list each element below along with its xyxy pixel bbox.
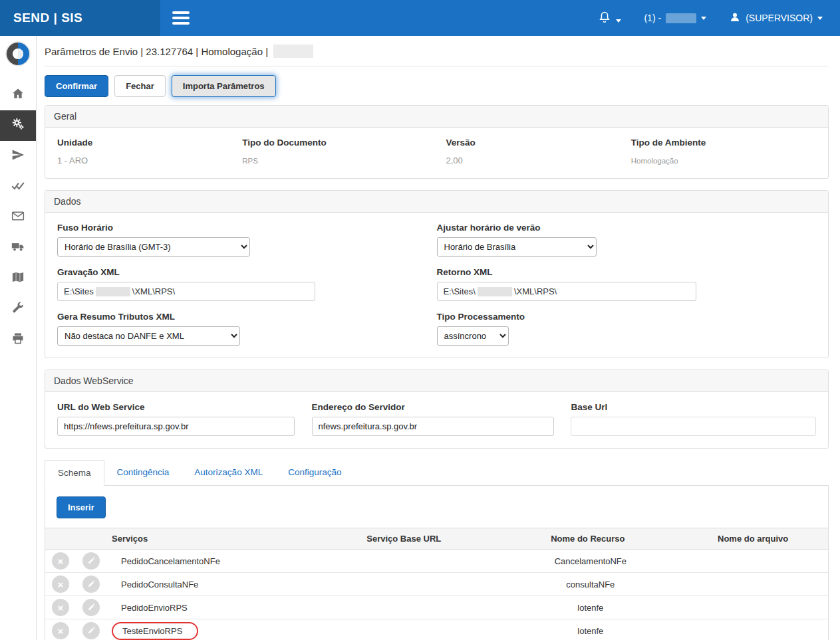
retorno-xml-label: Retorno XML xyxy=(437,267,817,277)
panel-webservice-title: Dados WebService xyxy=(45,370,828,392)
edit-row-button[interactable] xyxy=(82,552,100,570)
delete-row-button[interactable]: × xyxy=(52,576,69,593)
redacted-company-name xyxy=(666,13,696,23)
gravacao-xml-group: Gravação XML E:\Sites \XML\RPS\ xyxy=(57,267,437,301)
table-row: × PedidoConsultaNFe consultaNFe xyxy=(45,573,828,596)
base-url-value xyxy=(310,550,497,573)
import-parameters-button[interactable]: Importa Parâmetros xyxy=(172,75,276,97)
pencil-icon xyxy=(87,602,96,613)
base-url-value xyxy=(310,573,497,596)
col-servico-base-url: Serviço Base URL xyxy=(310,528,497,550)
gravacao-xml-input[interactable]: E:\Sites \XML\RPS\ xyxy=(57,282,315,301)
edit-row-button[interactable] xyxy=(82,599,100,616)
col-nome-arquivo: Nome do arquivo xyxy=(678,528,828,550)
field-versao: Versão 2,00 xyxy=(446,138,630,166)
hamburger-menu-icon[interactable] xyxy=(172,11,190,25)
servico-value: PedidoEnvioRPS xyxy=(112,603,188,613)
field-tipo-ambiente-label: Tipo de Ambiente xyxy=(631,138,816,148)
sidebar-item-settings[interactable] xyxy=(0,110,36,141)
double-check-icon xyxy=(11,179,25,195)
insert-button[interactable]: Inserir xyxy=(57,496,106,518)
field-unidade: Unidade 1 - ARO xyxy=(57,138,242,166)
servico-value: PedidoCancelamentoNFe xyxy=(112,556,220,566)
notifications-button[interactable] xyxy=(598,11,621,26)
edit-row-button[interactable] xyxy=(82,576,100,593)
user-name: (SUPERVISOR) xyxy=(746,13,813,23)
tab-schema[interactable]: Schema xyxy=(45,460,104,486)
field-tipo-ambiente-value: Homologação xyxy=(631,157,678,165)
tab-contingencia[interactable]: Contingência xyxy=(104,460,182,485)
tipo-processamento-label: Tipo Processamento xyxy=(437,312,817,322)
resumo-tributos-group: Gera Resumo Tributos XML Não destaca no … xyxy=(57,312,437,346)
company-selector[interactable]: (1) - xyxy=(644,13,706,23)
gravacao-xml-suffix: \XML\RPS\ xyxy=(132,286,175,296)
fuso-horario-select[interactable]: Horário de Brasília (GMT-3) xyxy=(57,237,250,257)
user-menu[interactable]: (SUPERVISOR) xyxy=(729,11,823,25)
tipo-processamento-select[interactable]: assíncrono xyxy=(437,326,509,346)
pencil-icon xyxy=(87,625,96,637)
delete-row-button[interactable]: × xyxy=(52,552,69,570)
retorno-xml-suffix: \XML\RPS\ xyxy=(514,286,557,296)
wrench-icon xyxy=(11,301,25,317)
resumo-tributos-label: Gera Resumo Tributos XML xyxy=(57,312,437,322)
col-servicos: Serviços xyxy=(106,528,310,550)
gears-icon xyxy=(11,118,25,134)
sidebar-item-map[interactable] xyxy=(0,263,36,294)
x-icon: × xyxy=(58,602,64,613)
redacted-path-segment xyxy=(478,287,512,296)
field-tipo-documento-label: Tipo do Documento xyxy=(242,138,446,148)
arquivo-value xyxy=(678,596,828,619)
url-webservice-label: URL do Web Service xyxy=(57,402,303,412)
sidebar-item-mail[interactable] xyxy=(0,202,36,233)
endereco-servidor-input[interactable] xyxy=(312,417,555,436)
delete-row-button[interactable]: × xyxy=(52,622,69,639)
panel-dados: Dados Fuso Horário Horário de Brasília (… xyxy=(45,190,829,358)
table-row-highlighted: × TesteEnvioRPS lotenfe xyxy=(45,619,828,640)
field-tipo-ambiente: Tipo de Ambiente Homologação xyxy=(631,138,816,166)
pencil-icon xyxy=(87,556,96,567)
redacted-title-text xyxy=(273,45,313,58)
field-tipo-documento-value: RPS xyxy=(242,157,258,165)
bell-icon xyxy=(598,11,611,26)
topbar-right-cluster: (1) - (SUPERVISOR) xyxy=(598,11,840,26)
recurso-value: lotenfe xyxy=(572,626,603,636)
fuso-horario-group: Fuso Horário Horário de Brasília (GMT-3) xyxy=(57,223,437,257)
truck-icon xyxy=(11,240,25,256)
base-url-group: Base Url xyxy=(571,402,816,436)
app-root: SEND | SIS (1) - xyxy=(0,0,840,640)
horario-verao-select[interactable]: Horário de Brasília xyxy=(437,237,597,257)
sidebar-item-home[interactable] xyxy=(0,80,36,110)
field-unidade-label: Unidade xyxy=(57,138,242,148)
retorno-xml-input[interactable]: E:\Sites\ \XML\RPS\ xyxy=(437,282,696,301)
field-versao-value: 2,00 xyxy=(446,156,462,165)
sidebar-item-tools[interactable] xyxy=(0,294,36,324)
arquivo-value xyxy=(678,550,828,573)
table-row: × PedidoCancelamentoNFe CancelamentoNFe xyxy=(45,550,828,573)
endereco-servidor-group: Endereço do Servidor xyxy=(312,402,562,436)
gravacao-xml-label: Gravação XML xyxy=(57,267,437,277)
sidebar-item-transport[interactable] xyxy=(0,233,36,263)
x-icon: × xyxy=(58,556,64,567)
page-title-row: Parâmetros de Envio | 23.127764 | Homolo… xyxy=(45,36,829,66)
confirm-button[interactable]: Confirmar xyxy=(45,75,108,97)
tab-autorizacao-xml[interactable]: Autorização XML xyxy=(182,460,275,485)
servico-value: PedidoConsultaNFe xyxy=(112,580,198,589)
caret-down-icon xyxy=(616,19,621,23)
x-icon: × xyxy=(58,625,64,637)
redacted-path-segment xyxy=(96,287,130,296)
base-url-label: Base Url xyxy=(571,402,816,412)
col-nome-recurso: Nome do Recurso xyxy=(497,528,678,550)
pencil-icon xyxy=(87,579,96,590)
sidebar-item-validation[interactable] xyxy=(0,171,36,202)
url-webservice-input[interactable] xyxy=(57,417,295,436)
edit-row-button[interactable] xyxy=(82,622,100,639)
base-url-input[interactable] xyxy=(571,417,816,436)
resumo-tributos-select[interactable]: Não destaca no DANFE e XML xyxy=(57,326,240,346)
close-button[interactable]: Fechar xyxy=(114,75,166,97)
toolbar: Confirmar Fechar Importa Parâmetros xyxy=(45,66,829,105)
tab-configuracao[interactable]: Configuração xyxy=(275,460,354,485)
sidebar-item-send[interactable] xyxy=(0,141,36,171)
panel-dados-title: Dados xyxy=(45,191,828,213)
delete-row-button[interactable]: × xyxy=(52,599,69,616)
sidebar-item-print[interactable] xyxy=(0,324,36,355)
